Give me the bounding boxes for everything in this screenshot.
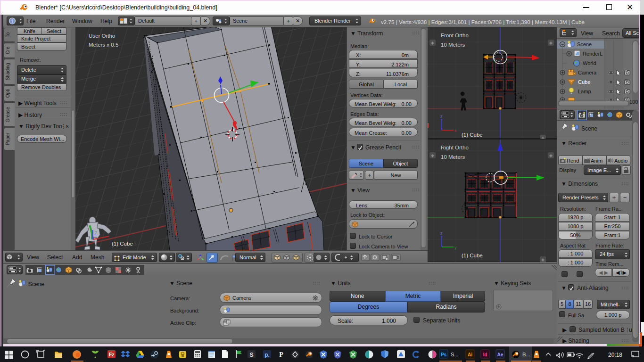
- svg-text:Z: Z: [94, 231, 97, 236]
- svg-text:p.: p.: [264, 352, 270, 358]
- svg-text:Ae: Ae: [497, 352, 504, 357]
- svg-text:User Ortho: User Ortho: [89, 33, 115, 39]
- svg-text:S: S: [249, 352, 253, 358]
- svg-text:Lamp: Lamp: [578, 89, 591, 94]
- svg-text:20:18: 20:18: [608, 352, 622, 358]
- svg-text:Fz: Fz: [108, 352, 115, 357]
- svg-text:RenderL: RenderL: [583, 51, 603, 57]
- svg-text:z: z: [440, 114, 443, 119]
- svg-text:Front Ortho: Front Ortho: [441, 33, 469, 38]
- svg-text:x: x: [454, 128, 457, 133]
- svg-text:P: P: [279, 351, 283, 358]
- svg-text:Ps: Ps: [441, 352, 447, 357]
- svg-text:z: z: [440, 231, 443, 236]
- svg-text:(1) Cube: (1) Cube: [462, 253, 483, 258]
- svg-text:10 Meters: 10 Meters: [441, 154, 465, 160]
- svg-text:Id: Id: [483, 352, 487, 357]
- svg-text:Right Ortho: Right Ortho: [441, 145, 469, 150]
- svg-text:(1) Cube: (1) Cube: [112, 241, 133, 247]
- svg-text:Meters x 0.5: Meters x 0.5: [89, 42, 118, 48]
- svg-text:i: i: [12, 18, 13, 24]
- svg-text:y: y: [454, 245, 457, 250]
- svg-text:(1) Cube: (1) Cube: [462, 132, 483, 138]
- svg-text:10 Meters: 10 Meters: [441, 42, 465, 48]
- svg-text:Camera: Camera: [578, 70, 597, 75]
- svg-text:World: World: [583, 60, 596, 66]
- svg-text:Scene: Scene: [577, 41, 592, 47]
- svg-text:Ai: Ai: [468, 352, 472, 357]
- svg-text:S...: S...: [451, 352, 459, 357]
- svg-text:Cube: Cube: [578, 79, 590, 85]
- svg-text:B...: B...: [522, 352, 530, 357]
